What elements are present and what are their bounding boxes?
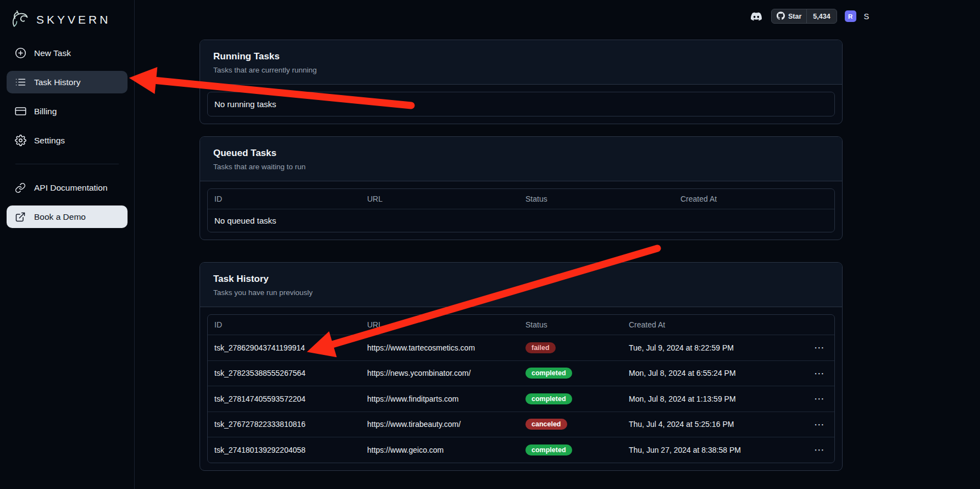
ellipsis-icon: ⋯ (814, 393, 824, 404)
row-actions-button[interactable]: ⋯ (811, 392, 828, 405)
queued-tasks-card: Queued Tasks Tasks that are waiting to r… (200, 136, 843, 240)
task-history-header: Task History Tasks you have run previous… (200, 263, 842, 307)
row-actions-button[interactable]: ⋯ (811, 341, 828, 354)
task-created-at: Mon, Jul 8, 2024 at 6:55:24 PM (629, 369, 801, 377)
task-id: tsk_278147405593572204 (214, 394, 367, 403)
external-link-icon (14, 211, 26, 223)
running-tasks-table: No running tasks (207, 92, 835, 116)
table-row[interactable]: tsk_276727822333810816 https://www.tirab… (208, 412, 834, 437)
app-window: SKYVERN New Task Task History Billing (0, 0, 980, 489)
task-created-at: Mon, Jul 8, 2024 at 1:13:59 PM (629, 394, 801, 403)
task-status-cell: completed (525, 368, 629, 379)
table-row[interactable]: tsk_278235388555267564 https://news.ycom… (208, 360, 834, 386)
ellipsis-icon: ⋯ (814, 444, 824, 455)
task-id: tsk_274180139292204058 (214, 446, 367, 454)
task-created-at: Tue, Jul 9, 2024 at 8:22:59 PM (629, 343, 801, 352)
task-url: https://www.finditparts.com (367, 394, 525, 403)
task-status-cell: failed (525, 342, 629, 353)
ellipsis-icon: ⋯ (814, 342, 824, 353)
task-id: tsk_276727822333810816 (214, 420, 367, 429)
column-header-created-at: Created At (680, 195, 828, 203)
status-badge: completed (525, 444, 572, 455)
sidebar-item-label: New Task (34, 48, 71, 58)
status-badge: failed (525, 342, 556, 353)
plus-circle-icon (14, 47, 26, 59)
sidebar-item-label: Billing (34, 107, 57, 116)
ellipsis-icon: ⋯ (814, 368, 824, 379)
card-title: Running Tasks (213, 51, 829, 62)
main-area: Running Tasks Tasks that are currently r… (135, 0, 980, 489)
sidebar-item-billing[interactable]: Billing (7, 100, 128, 123)
task-url: https://news.ycombinator.com/ (367, 369, 525, 377)
discord-icon[interactable] (749, 10, 763, 23)
github-icon (777, 12, 785, 21)
sidebar-item-label: Settings (34, 136, 65, 146)
sidebar-divider (15, 164, 119, 164)
sidebar-item-api-documentation[interactable]: API Documentation (7, 176, 128, 199)
sidebar-item-label: API Documentation (34, 183, 108, 193)
sidebar-item-new-task[interactable]: New Task (7, 42, 128, 64)
credit-card-icon (14, 105, 26, 118)
card-subtitle: Tasks that are currently running (213, 66, 829, 74)
column-header-created-at: Created At (629, 320, 801, 329)
task-created-at: Thu, Jun 27, 2024 at 8:38:58 PM (629, 446, 801, 454)
sidebar-item-book-a-demo[interactable]: Book a Demo (7, 205, 128, 228)
sidebar-item-task-history[interactable]: Task History (7, 71, 128, 93)
brand-name: SKYVERN (36, 13, 110, 26)
table-header-row: ID URL Status Created At (208, 315, 834, 335)
column-header-id: ID (214, 320, 367, 329)
task-url: https://www.geico.com (367, 446, 525, 454)
task-history-card: Task History Tasks you have run previous… (200, 262, 843, 471)
avatar[interactable]: R (845, 10, 856, 22)
task-id: tsk_278235388555267564 (214, 369, 367, 377)
sidebar-item-label: Task History (34, 77, 80, 87)
task-id: tsk_278629043741199914 (214, 343, 367, 352)
sidebar-item-settings[interactable]: Settings (7, 129, 128, 152)
skyvern-dragon-icon (9, 9, 31, 31)
task-url: https://www.tartecosmetics.com (367, 343, 525, 352)
table-header-row: ID URL Status Created At (208, 189, 834, 209)
sidebar: SKYVERN New Task Task History Billing (0, 0, 135, 489)
row-actions-button[interactable]: ⋯ (811, 367, 828, 380)
running-tasks-body: No running tasks (200, 85, 842, 124)
column-header-status: Status (525, 195, 680, 203)
status-badge: completed (525, 393, 572, 404)
sidebar-nav: New Task Task History Billing Settings (0, 40, 134, 230)
column-header-id: ID (214, 195, 367, 203)
task-url: https://www.tirabeauty.com/ (367, 420, 525, 429)
list-icon (14, 76, 26, 88)
column-header-url: URL (367, 320, 525, 329)
task-status-cell: completed (525, 444, 629, 455)
empty-state-text: No running tasks (208, 92, 834, 116)
table-row[interactable]: tsk_278147405593572204 https://www.findi… (208, 386, 834, 412)
status-badge: canceled (525, 419, 567, 430)
task-status-cell: completed (525, 393, 629, 404)
github-star-count[interactable]: 5,434 (806, 9, 836, 23)
running-tasks-card: Running Tasks Tasks that are currently r… (200, 40, 843, 124)
task-history-table: ID URL Status Created At tsk_27862904374… (207, 314, 835, 463)
gear-icon (14, 135, 26, 147)
github-star-widget[interactable]: Star 5,434 (771, 9, 837, 24)
row-actions-button[interactable]: ⋯ (811, 443, 828, 456)
github-star-label: Star (788, 13, 801, 20)
user-name-partial: S (864, 12, 870, 21)
table-row[interactable]: tsk_278629043741199914 https://www.tarte… (208, 335, 834, 360)
queued-tasks-body: ID URL Status Created At No queued tasks (200, 181, 842, 240)
queued-tasks-table: ID URL Status Created At No queued tasks (207, 188, 835, 232)
card-title: Queued Tasks (213, 148, 829, 159)
column-header-status: Status (525, 320, 629, 329)
table-row[interactable]: tsk_274180139292204058 https://www.geico… (208, 437, 834, 463)
github-star-button[interactable]: Star (772, 9, 806, 23)
brand-logo: SKYVERN (0, 4, 134, 40)
status-badge: completed (525, 368, 572, 379)
queued-tasks-header: Queued Tasks Tasks that are waiting to r… (200, 137, 842, 181)
task-history-body: ID URL Status Created At tsk_27862904374… (200, 307, 842, 470)
card-subtitle: Tasks you have run previously (213, 288, 829, 297)
link-icon (14, 182, 26, 194)
ellipsis-icon: ⋯ (814, 419, 824, 430)
card-title: Task History (213, 274, 829, 285)
task-created-at: Thu, Jul 4, 2024 at 5:25:16 PM (629, 420, 801, 429)
column-header-url: URL (367, 195, 525, 203)
row-actions-button[interactable]: ⋯ (811, 418, 828, 431)
card-subtitle: Tasks that are waiting to run (213, 163, 829, 171)
